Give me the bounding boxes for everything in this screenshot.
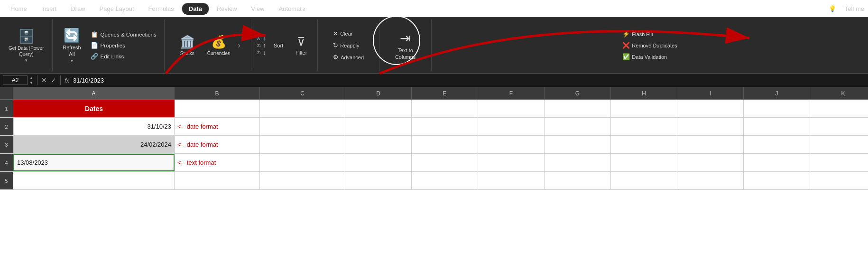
cell-e2[interactable] (412, 118, 478, 135)
cell-d1[interactable] (345, 100, 412, 117)
sort-az-row: A↑ ↓ (257, 35, 266, 42)
formula-arrow-up[interactable]: ▲ (29, 76, 33, 80)
col-header-j[interactable]: J (744, 87, 810, 99)
flash-fill-button[interactable]: ⚡ Flash Fill (619, 29, 656, 39)
tab-home[interactable]: Home (4, 3, 34, 14)
cell-c3[interactable] (260, 136, 345, 153)
tab-automate[interactable]: Automate (272, 3, 312, 14)
currencies-button[interactable]: 💰 Currencies (203, 33, 234, 58)
col-header-g[interactable]: G (545, 87, 611, 99)
cell-a1[interactable]: Dates (13, 100, 175, 117)
cell-h1[interactable] (611, 100, 677, 117)
edit-links-button[interactable]: 🔗 Edit Links (88, 51, 159, 61)
tell-me-label[interactable]: Tell me (845, 5, 864, 12)
data-types-more-button[interactable]: › (238, 40, 240, 50)
tab-page-layout[interactable]: Page Layout (93, 3, 141, 14)
cell-i2[interactable] (677, 118, 744, 135)
cell-b1[interactable] (175, 100, 260, 117)
cell-i4[interactable] (677, 154, 744, 171)
reapply-button[interactable]: ↻ Reapply (330, 40, 362, 50)
properties-button[interactable]: 📄 Properties (88, 40, 159, 50)
cell-f2[interactable] (478, 118, 545, 135)
cell-d2[interactable] (345, 118, 412, 135)
cell-g1[interactable] (545, 100, 611, 117)
cell-g3[interactable] (545, 136, 611, 153)
cell-c1[interactable] (260, 100, 345, 117)
formula-input[interactable] (73, 77, 865, 84)
cell-b3[interactable]: <-- date format (175, 136, 260, 153)
cell-g2[interactable] (545, 118, 611, 135)
cell-h3[interactable] (611, 136, 677, 153)
tab-formulas[interactable]: Formulas (142, 3, 181, 14)
cell-k2[interactable] (810, 118, 868, 135)
cell-i5[interactable] (677, 172, 744, 189)
queries-connections-button[interactable]: 📋 Queries & Connections (88, 29, 159, 39)
col-header-f[interactable]: F (478, 87, 545, 99)
cell-e3[interactable] (412, 136, 478, 153)
cell-f5[interactable] (478, 172, 545, 189)
cell-a5[interactable] (13, 172, 175, 189)
cell-e5[interactable] (412, 172, 478, 189)
col-header-b[interactable]: B (175, 87, 260, 99)
cell-b2[interactable]: <-- date format (175, 118, 260, 135)
col-header-d[interactable]: D (345, 87, 412, 99)
cell-f3[interactable] (478, 136, 545, 153)
cell-j3[interactable] (744, 136, 810, 153)
col-header-a[interactable]: A (13, 87, 175, 99)
cell-a4[interactable]: 13/08/2023 (13, 154, 175, 171)
cell-g5[interactable] (545, 172, 611, 189)
sort-button[interactable]: Sort (269, 41, 288, 50)
advanced-button[interactable]: ⚙ Advanced (330, 52, 367, 62)
cell-h4[interactable] (611, 154, 677, 171)
tab-draw[interactable]: Draw (64, 3, 92, 14)
cell-d5[interactable] (345, 172, 412, 189)
col-header-k[interactable]: K (810, 87, 868, 99)
cell-h2[interactable] (611, 118, 677, 135)
cell-c2[interactable] (260, 118, 345, 135)
cell-b4[interactable]: <-- text format (175, 154, 260, 171)
cell-i1[interactable] (677, 100, 744, 117)
cell-j5[interactable] (744, 172, 810, 189)
col-header-c[interactable]: C (260, 87, 345, 99)
tab-view[interactable]: View (245, 3, 271, 14)
col-header-h[interactable]: H (611, 87, 677, 99)
cell-c5[interactable] (260, 172, 345, 189)
clear-button[interactable]: ✕ Clear (330, 28, 355, 38)
cell-d3[interactable] (345, 136, 412, 153)
col-header-e[interactable]: E (412, 87, 478, 99)
formula-cancel-icon[interactable]: ✕ (41, 76, 47, 84)
formula-arrow-down[interactable]: ▼ (29, 81, 33, 85)
cell-reference-input[interactable] (3, 75, 28, 85)
col-header-i[interactable]: I (677, 87, 744, 99)
cell-k1[interactable] (810, 100, 868, 117)
cell-a2[interactable]: 31/10/23 (13, 118, 175, 135)
data-validation-button[interactable]: ✅ Data Validation (619, 52, 670, 62)
cell-a3[interactable]: 24/02/2024 (13, 136, 175, 153)
cell-j4[interactable] (744, 154, 810, 171)
cell-f4[interactable] (478, 154, 545, 171)
cell-i3[interactable] (677, 136, 744, 153)
tab-data[interactable]: Data (182, 3, 209, 15)
cell-j2[interactable] (744, 118, 810, 135)
cell-f1[interactable] (478, 100, 545, 117)
cell-h5[interactable] (611, 172, 677, 189)
cell-b5[interactable] (175, 172, 260, 189)
tab-insert[interactable]: Insert (35, 3, 64, 14)
cell-d4[interactable] (345, 154, 412, 171)
get-data-button[interactable]: 🗄️ Get Data (PowerQuery) ▼ (5, 27, 47, 65)
cell-j1[interactable] (744, 100, 810, 117)
cell-e4[interactable] (412, 154, 478, 171)
cell-e1[interactable] (412, 100, 478, 117)
cell-k4[interactable] (810, 154, 868, 171)
formula-confirm-icon[interactable]: ✓ (51, 76, 56, 84)
text-to-columns-button[interactable]: ⇥ Text toColumns (387, 28, 425, 62)
cell-c4[interactable] (260, 154, 345, 171)
refresh-all-button[interactable]: 🔄 RefreshAll ▼ (57, 26, 86, 65)
stocks-button[interactable]: 🏛️ Stocks (175, 33, 200, 58)
tab-review[interactable]: Review (210, 3, 244, 14)
cell-k3[interactable] (810, 136, 868, 153)
filter-button[interactable]: ⊽ Filter (291, 33, 312, 57)
cell-g4[interactable] (545, 154, 611, 171)
remove-duplicates-button[interactable]: ❌ Remove Duplicates (619, 40, 680, 50)
cell-k5[interactable] (810, 172, 868, 189)
